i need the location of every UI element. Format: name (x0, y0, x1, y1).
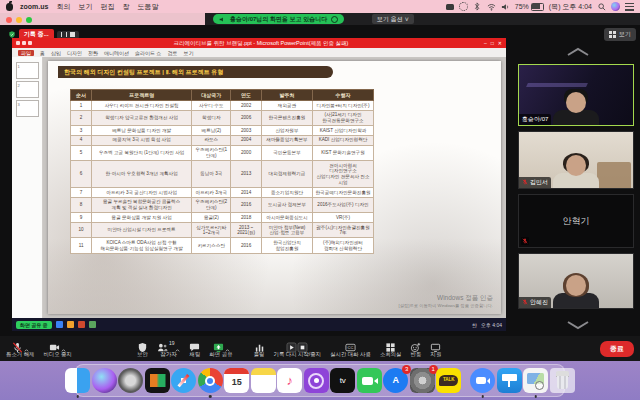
table-row: 8몽골 누르술탄 복합문화공간 콤플렉스 계획 및 객실 실내 환경디자인우즈베… (71, 197, 374, 212)
control-center-icon[interactable] (625, 3, 634, 11)
gallery-view-button[interactable]: 보기 (604, 28, 636, 41)
close-icon[interactable]: ✕ (498, 40, 502, 46)
speaker-icon (219, 16, 226, 23)
display-icon[interactable] (446, 4, 454, 10)
volume-icon[interactable] (501, 2, 510, 11)
toolbar-video-button[interactable]: 비디오 중지 (43, 339, 71, 358)
toolbar-breakout-button[interactable]: 소회의실 (380, 339, 402, 358)
dock-icon-launchpad[interactable] (118, 368, 143, 393)
ppt-tab-4[interactable]: 전환 (88, 50, 98, 56)
dock-icon-safari[interactable] (171, 368, 196, 393)
table-cell: 우즈벡 고궁 복원단지 (1단계) 디자인 사업 (92, 145, 192, 160)
scroll-up-chevron-icon[interactable] (564, 47, 592, 57)
toolbar-cc-button[interactable]: CC실시간 대화 사용 (330, 339, 371, 358)
toolbar-mic-button[interactable]: 음소거 해제 (6, 339, 34, 358)
slide-title: 한국의 해외 디자인 컨설팅 프로젝트 | Ⅱ. 해외 프로젝트 유형 (58, 66, 333, 78)
pause-recording-icon[interactable] (61, 32, 67, 37)
dock-icon-siri[interactable] (92, 368, 117, 393)
menubar-menu-4[interactable]: 도움말 (137, 2, 158, 12)
slide-thumbnail[interactable]: 2 (16, 81, 39, 98)
ppt-tab-7[interactable]: 검토 (167, 50, 177, 56)
table-column-header: 수행자 (313, 90, 374, 101)
slide-thumbnail[interactable]: 1 (16, 62, 39, 79)
ppt-tab-1[interactable]: 홈 (40, 50, 45, 56)
battery-indicator[interactable]: 75% (515, 3, 544, 11)
toolbar-chat-button[interactable]: 채팅 (189, 339, 200, 358)
dock-icon-appstore[interactable]: A3 (383, 368, 408, 393)
powerpoint-window-controls[interactable]: –□✕ (484, 40, 502, 46)
menubar-menu-3[interactable]: 창 (122, 2, 129, 12)
toolbar-security-button[interactable]: 보안 (137, 339, 148, 358)
view-options-button[interactable]: 보기 옵션 ∨ (372, 14, 414, 24)
menubar-menu-2[interactable]: 편집 (100, 2, 114, 12)
dock-icon-facetime[interactable] (357, 368, 382, 393)
table-cell: 8 (71, 197, 92, 212)
dock-icon-keynote[interactable] (497, 368, 522, 393)
dock-icon-trash[interactable] (550, 368, 575, 393)
menubar-menu-1[interactable]: 보기 (78, 2, 92, 12)
participant-tile-2[interactable]: 김민서 (518, 131, 634, 189)
menubar-menu-0[interactable]: 회의 (56, 2, 70, 12)
dock-icon-kakaotalk[interactable]: TALK (436, 368, 461, 393)
table-cell: 2002 (231, 101, 261, 111)
dock-icon-calendar[interactable]: 15 (224, 368, 249, 393)
ppt-tab-5[interactable]: 애니메이션 (104, 50, 129, 56)
dock-icon-appletv[interactable]: tv (330, 368, 355, 393)
toolbar-label: 반응 (411, 351, 422, 358)
spotlight-icon[interactable] (597, 2, 606, 11)
table-column-header: 발주처 (261, 90, 312, 101)
table-cell: (주)해외디자인센터 경희대 산학협력단 (313, 238, 374, 253)
table-cell: 2016주도사업(주) 디자인 (313, 197, 374, 212)
dock-icon-podcasts[interactable] (304, 368, 329, 393)
dock-icon-zoom[interactable] (470, 368, 495, 393)
slide-thumbnail-panel[interactable]: 123 (12, 57, 43, 318)
ppt-tab-3[interactable]: 디자인 (67, 50, 82, 56)
menubar-app-name[interactable]: zoom.us (20, 3, 48, 10)
participant-tile-3[interactable]: 안혁기 (518, 194, 634, 248)
toolbar-reactions-button[interactable]: 반응 (410, 339, 421, 358)
end-meeting-button[interactable]: 종료 (600, 341, 634, 357)
window-close-button[interactable] (6, 17, 12, 23)
dock-icon-notes[interactable] (251, 368, 276, 393)
taskbar-app-icon[interactable] (67, 321, 74, 328)
window-zoom-button[interactable] (26, 17, 32, 23)
taskbar-app-icon[interactable] (56, 321, 63, 328)
ppt-tab-8[interactable]: 보기 (183, 50, 193, 56)
zoom-window-titlebar: 홍승아/07님의 화면을 보고 있습니다 보기 옵션 ∨ (0, 13, 640, 25)
dock-icon-finder[interactable] (65, 368, 90, 393)
ppt-tab-2[interactable]: 삽입 (51, 50, 61, 56)
menubar-clock[interactable]: (목) 오후 4:04 (549, 2, 592, 12)
toolbar-support-button[interactable]: 지원 (430, 339, 441, 358)
table-cell: 메콩지역 3국 시범 육성 사업 (92, 135, 192, 145)
ime-indicator[interactable]: 한 (472, 322, 477, 328)
maximize-icon[interactable]: □ (491, 40, 494, 46)
window-minimize-button[interactable] (16, 17, 22, 23)
stop-recording-icon[interactable] (70, 32, 75, 37)
dock-icon-preview[interactable] (523, 368, 548, 393)
focus-icon[interactable] (459, 2, 468, 11)
dock-icon-settings[interactable]: 1 (410, 368, 435, 393)
wifi-icon[interactable] (487, 2, 496, 11)
ppt-tab-0[interactable]: 파일 (18, 50, 34, 56)
toolbar-share-button[interactable]: 화면 공유 (209, 339, 232, 358)
taskbar-powerpoint-icon[interactable] (78, 321, 85, 328)
participant-tile-4[interactable]: 안혜진 (518, 253, 634, 309)
dock-icon-utility[interactable] (145, 368, 170, 393)
tray-clock[interactable]: 오후 4:04 (481, 322, 502, 328)
minimize-icon[interactable]: – (484, 40, 487, 46)
scroll-down-chevron-icon[interactable] (564, 320, 592, 330)
slide-thumbnail[interactable]: 3 (16, 100, 39, 117)
participant-tile-1[interactable]: 홍승아/07 (518, 64, 634, 126)
taskbar-app-icon[interactable] (89, 321, 96, 328)
dock-icon-music[interactable]: ♪ (277, 368, 302, 393)
toolbar-record-button[interactable]: 기록 다시 시작/중지 (274, 339, 322, 358)
bluetooth-icon[interactable] (473, 2, 482, 11)
toolbar-participants-button[interactable]: 19참가자 (157, 339, 181, 358)
siri-icon[interactable] (611, 2, 620, 11)
dock-icon-chrome[interactable] (198, 368, 223, 393)
powerpoint-titlebar: 크리에이티브를 위한 브랜딩.ppt - Microsoft PowerPoin… (12, 38, 506, 48)
powerpoint-quick-access-icons[interactable] (16, 41, 32, 45)
ppt-tab-6[interactable]: 슬라이드 쇼 (135, 50, 161, 56)
apple-menu-icon[interactable] (6, 3, 13, 11)
toolbar-polls-button[interactable]: 폴링 (254, 339, 265, 358)
